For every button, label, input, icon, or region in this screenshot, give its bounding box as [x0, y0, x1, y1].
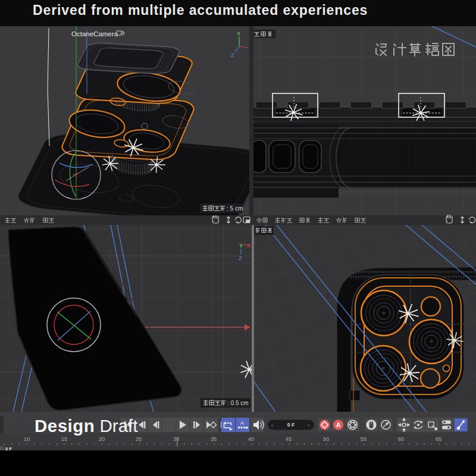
svg-text:10: 10 [24, 436, 30, 442]
svg-text:A: A [336, 422, 340, 428]
svg-text:›: › [308, 422, 309, 428]
svg-text:15: 15 [61, 436, 68, 442]
svg-text:Design Draft: Design Draft [35, 416, 137, 436]
svg-text:A: A [240, 420, 244, 426]
svg-text:50: 50 [323, 436, 330, 442]
svg-text:: 5 cm: : 5 cm [227, 205, 243, 212]
svg-text:65: 65 [436, 436, 442, 442]
svg-text:Derived from multiple accumula: Derived from multiple accumulated experi… [33, 2, 368, 18]
svg-text:Z: Z [231, 52, 234, 58]
svg-text:Y: Y [237, 31, 240, 37]
svg-text:40: 40 [248, 436, 255, 442]
svg-text:‹: ‹ [271, 422, 273, 428]
svg-text:: 0.5 cm: : 0.5 cm [227, 400, 249, 406]
svg-text:60: 60 [398, 436, 405, 442]
svg-text:X: X [247, 242, 251, 249]
svg-text:20: 20 [99, 436, 105, 442]
svg-text:OctaneCamera: OctaneCamera [71, 30, 118, 37]
svg-text:0 F: 0 F [287, 422, 295, 428]
svg-text:55: 55 [361, 436, 367, 442]
svg-text:45: 45 [286, 436, 292, 442]
svg-text:Z: Z [239, 255, 242, 261]
svg-text:30: 30 [173, 436, 180, 442]
svg-text:25: 25 [136, 436, 142, 442]
svg-text:Y: Y [239, 242, 243, 249]
svg-text:35: 35 [211, 436, 217, 442]
